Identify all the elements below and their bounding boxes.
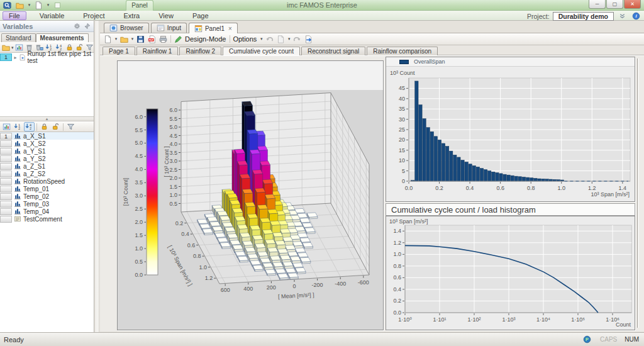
variable-row[interactable]: a_Y_S1 [0,147,94,155]
variable-row[interactable]: RotationSpeed [0,177,94,185]
info-icon[interactable]: i [631,11,641,21]
variable-row[interactable]: 1 a_X_S1 [0,132,94,140]
page-tab[interactable]: Rainflow 2 [179,47,221,55]
expand-arrow-icon[interactable]: ▸ [13,55,18,60]
design-mode-button[interactable]: Design-Mode [185,35,226,43]
panel-right-edge [637,59,639,328]
svg-text:5.0: 5.0 [135,140,143,146]
options-button[interactable]: Options [233,35,257,43]
overall-span-histogram: 0510152025303540450.00.20.40.60.81.01.21… [386,57,635,201]
minimize-button[interactable]: ─ [589,0,606,9]
menu-item[interactable]: View [153,12,179,20]
chart-icon[interactable] [14,43,24,52]
variables-tab[interactable]: Standard [1,33,36,42]
variable-row[interactable]: a_X_S2 [0,140,94,147]
variables-tab[interactable]: Measurements [36,33,89,42]
svg-text:0: 0 [292,283,296,289]
svg-text:0.2: 0.2 [393,298,401,304]
variable-row[interactable]: Temp_03 [0,200,94,208]
menu-item[interactable]: Extra [118,12,146,20]
svg-text:5.0: 5.0 [169,124,177,130]
cumulative-curve-plot: 0.00.20.40.60.81.01.21.41·10⁰1·10¹1·10²1… [386,216,635,330]
variable-name: a_Z_S2 [23,170,45,177]
design-mode-icon[interactable] [173,35,184,44]
filter-icon[interactable] [65,122,76,131]
page-tab[interactable]: Reconstruct signal [301,47,365,55]
project-selector[interactable]: Durability demo [553,12,614,21]
svg-text:5.5: 5.5 [135,127,143,133]
variable-row[interactable]: a_Y_S2 [0,155,94,162]
open-folder-icon[interactable] [1,43,11,52]
open-folder-icon[interactable] [119,35,130,44]
new-file-icon[interactable] [103,35,113,44]
menu-item[interactable]: Page [187,12,214,20]
sort-ascending-icon[interactable]: 12 [13,122,23,131]
svg-text:★: ★ [21,55,24,59]
sort-descending-icon[interactable]: 42 [24,122,35,131]
chart-icon[interactable] [1,122,12,131]
svg-text:2.5: 2.5 [169,167,177,173]
close-icon[interactable]: × [228,25,232,32]
export-icon[interactable] [303,35,314,44]
titlebar: ▾ ▾ imc FAMOS Enterprise Panel ─ ▢ ✕ [0,0,644,11]
signal-icon [14,155,21,162]
chevron-down-icon[interactable]: ▾ [11,45,14,50]
svg-text:1.0: 1.0 [169,192,177,198]
maximize-button[interactable]: ▢ [606,0,623,9]
undo-icon[interactable] [264,35,275,44]
pin-icon[interactable] [83,21,91,31]
lock-icon[interactable] [39,122,50,131]
measurement-row[interactable]: 1 ▸ ★ Runup 1st flex pipe 1st test [0,53,94,62]
save-icon[interactable] [135,35,146,44]
menu-item[interactable]: File [3,11,26,20]
rainflow-3d-plot: 0.00.51.01.52.02.53.03.54.04.55.05.56.0[… [118,61,383,330]
signal-icon [14,193,21,200]
svg-text:[ 10³ Span [m/s²] ]: [ 10³ Span [m/s²] ] [167,244,193,287]
chevron-down-icon[interactable]: ▾ [130,36,135,42]
svg-text:4.5: 4.5 [169,133,177,139]
pdf-export-icon[interactable]: PDF [147,35,157,44]
chevron-down-icon[interactable]: ▾ [114,36,118,42]
chevron-down-icon[interactable]: ▾ [287,36,291,42]
variable-row[interactable]: a_Z_S2 [0,170,94,177]
tab-input[interactable]: Input [151,23,187,33]
signal-icon [14,185,21,193]
variable-row[interactable]: a_Z_S1 [0,162,94,170]
gear-icon[interactable] [73,21,81,31]
menu-item[interactable]: Variable [34,12,70,20]
menu-item[interactable]: Project [77,12,110,20]
close-button[interactable]: ✕ [624,0,641,9]
unlock-icon[interactable] [50,122,61,131]
document-tabs: Browser Input Panel1 × [100,21,644,33]
page-tab[interactable]: Rainflow 1 [136,47,179,55]
svg-text:1·10²: 1·10² [467,316,480,323]
page-tab[interactable]: Cumulative cycle count [223,47,300,56]
panel-splitter-grip[interactable]: ▴ [0,117,94,121]
variables-panel: Variables StandardMeasurements ▾ 12 42 1… [0,21,94,332]
page-tab[interactable]: Rainflow comparison [367,47,438,55]
svg-text:10: 10 [399,157,405,164]
paste-page-icon[interactable] [275,35,286,44]
caps-indicator: CAPS [600,336,617,343]
svg-text:2.0: 2.0 [169,175,177,181]
sidebar-splitter[interactable] [95,21,100,332]
page-tab[interactable]: Page 1 [103,47,135,55]
redo-icon[interactable] [292,35,303,44]
chevron-down-icon[interactable]: ▾ [259,36,264,42]
svg-text:2: 2 [30,127,31,130]
svg-text:4: 4 [30,124,31,127]
variable-row[interactable]: Temp_01 [0,185,94,193]
ribbon-context-tab[interactable]: Panel [126,0,153,11]
variable-row[interactable]: Temp_04 [0,208,94,215]
variable-row[interactable]: TestComment [0,215,94,223]
variable-row[interactable]: Temp_02 [0,193,94,200]
print-icon[interactable] [158,35,169,44]
svg-text:0.4: 0.4 [393,286,401,293]
tab-browser[interactable]: Browser [104,23,149,33]
tab-panel1[interactable]: Panel1 × [189,23,238,33]
svg-text:[10³ Count]: [10³ Count] [123,178,129,206]
svg-text:200: 200 [267,284,276,291]
chevron-double-down-icon[interactable] [617,11,628,21]
svg-text:0.2: 0.2 [175,220,184,226]
svg-text:1.5: 1.5 [169,184,177,190]
